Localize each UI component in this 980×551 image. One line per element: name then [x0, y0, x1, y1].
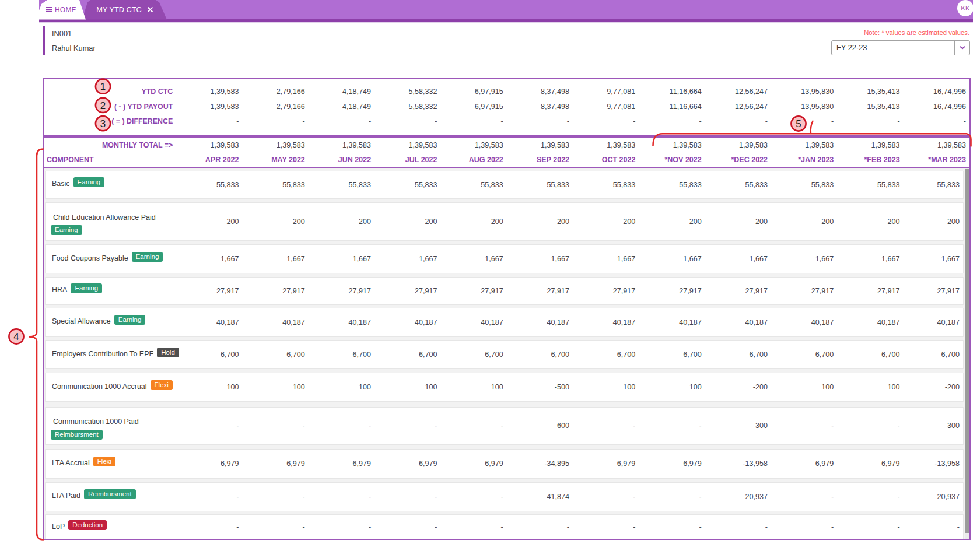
svg-text:4: 4	[13, 331, 19, 342]
